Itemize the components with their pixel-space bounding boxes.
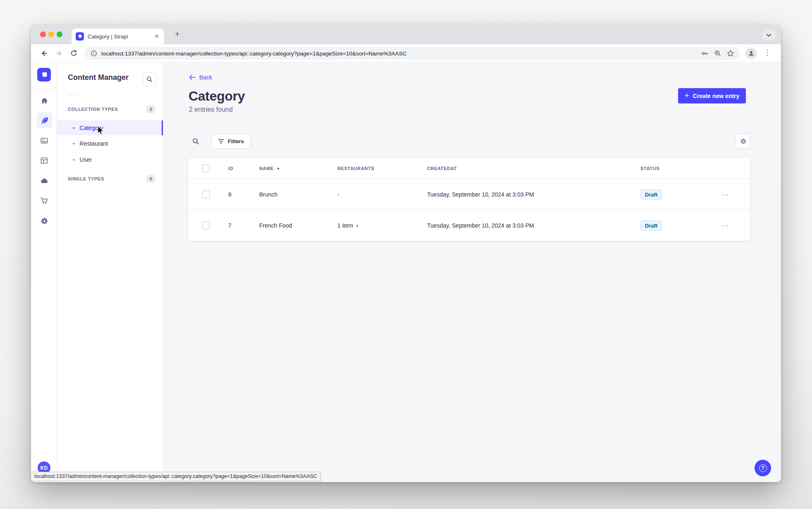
back-nav-icon[interactable] [41, 50, 48, 57]
column-header-restaurants[interactable]: RESTAURANTS [337, 166, 375, 171]
entries-table: ID NAME ▲ RESTAURANTS CREATEDAT STATUS 8… [188, 158, 750, 241]
cell-restaurants[interactable]: 1 item ▾ [337, 222, 358, 229]
sidebar-item-label: User [80, 156, 92, 163]
password-key-icon[interactable] [701, 50, 709, 57]
row-actions-button[interactable]: ⋯ [721, 221, 729, 230]
status-badge: Draft [640, 189, 662, 199]
column-header-id[interactable]: ID [228, 166, 233, 171]
arrow-left-icon [189, 74, 196, 80]
content-manager-panel: Content Manager COLLECTION TYPES 3 • Cat… [57, 62, 163, 482]
question-mark-icon: ? [759, 464, 767, 472]
rail-divider [31, 90, 57, 90]
browser-toolbar: localhost:1337/admin/content-manager/col… [31, 44, 781, 62]
filters-button[interactable]: Filters [211, 134, 251, 149]
table-row[interactable]: 8 Brunch - Tuesday, September 10, 2024 a… [188, 179, 750, 210]
browser-window: Category | Strapi × + localhost:1337/adm… [31, 25, 781, 482]
feather-icon [41, 117, 48, 125]
strapi-logo[interactable] [37, 68, 51, 82]
home-icon [41, 97, 48, 105]
cart-icon [40, 197, 48, 205]
row-actions-button[interactable]: ⋯ [721, 190, 729, 199]
close-window-button[interactable] [40, 31, 46, 37]
cell-status: Draft [640, 221, 662, 231]
create-new-entry-button[interactable]: + Create new entry [678, 88, 746, 103]
cell-createdat: Tuesday, September 10, 2024 at 3:03 PM [427, 222, 534, 229]
chevron-down-icon [767, 34, 771, 37]
browser-tab[interactable]: Category | Strapi × [72, 29, 164, 44]
cloud-nav-button[interactable] [36, 173, 52, 189]
address-bar[interactable]: localhost:1337/admin/content-manager/col… [85, 47, 740, 60]
single-types-count-badge: 0 [146, 175, 155, 182]
url-text[interactable]: localhost:1337/admin/content-manager/col… [101, 50, 734, 57]
tab-close-icon[interactable]: × [153, 32, 160, 41]
marketplace-nav-button[interactable] [36, 193, 52, 209]
table-search-button[interactable] [189, 135, 202, 147]
cell-name: French Food [259, 222, 292, 229]
help-button[interactable]: ? [755, 460, 771, 476]
panel-title: Content Manager [68, 73, 129, 82]
refresh-icon[interactable] [70, 50, 78, 57]
collection-types-count-badge: 3 [146, 106, 155, 113]
cell-id: 7 [228, 222, 232, 229]
bullet-icon: • [73, 141, 75, 146]
minimize-window-button[interactable] [48, 31, 54, 37]
new-tab-button[interactable]: + [172, 28, 183, 40]
sidebar-item-restaurant[interactable]: • Restaurant [57, 136, 163, 151]
main-content: Back Category 2 entries found + Create n… [163, 62, 781, 482]
cell-name: Brunch [259, 191, 277, 198]
column-header-name[interactable]: NAME ▲ [259, 166, 280, 171]
search-icon [146, 76, 153, 82]
cell-restaurants: - [337, 191, 339, 198]
column-header-status[interactable]: STATUS [640, 166, 659, 171]
settings-nav-button[interactable] [36, 213, 52, 229]
nav-rail: KD [31, 62, 57, 482]
row-checkbox[interactable] [202, 222, 210, 230]
tab-search-button[interactable] [762, 30, 775, 40]
page-title: Category [189, 89, 245, 104]
row-checkbox[interactable] [202, 190, 210, 198]
table-header-row: ID NAME ▲ RESTAURANTS CREATEDAT STATUS [188, 158, 750, 179]
panel-search-button[interactable] [143, 72, 156, 86]
single-types-label: SINGLE TYPES [68, 176, 104, 181]
table-row[interactable]: 7 French Food 1 item ▾ Tuesday, Septembe… [188, 210, 750, 241]
cloud-icon [40, 177, 49, 185]
cell-createdat: Tuesday, September 10, 2024 at 3:03 PM [427, 191, 534, 198]
panel-divider [68, 94, 78, 95]
bookmark-star-icon[interactable] [727, 50, 734, 57]
strapi-favicon [76, 32, 84, 41]
zoom-window-button[interactable] [57, 31, 62, 37]
sidebar-item-category[interactable]: • Category [57, 120, 163, 135]
content-type-builder-nav-button[interactable] [36, 153, 52, 168]
person-icon [748, 50, 755, 57]
zoom-page-icon[interactable] [714, 50, 721, 57]
media-library-nav-button[interactable] [36, 133, 52, 149]
home-nav-button[interactable] [36, 93, 52, 108]
filters-label: Filters [228, 138, 244, 144]
content-manager-nav-button[interactable] [36, 113, 52, 128]
view-settings-button[interactable] [736, 134, 750, 149]
layout-icon [40, 156, 48, 165]
forward-nav-icon[interactable] [55, 50, 63, 57]
entries-count: 2 entries found [189, 106, 233, 113]
strapi-app: KD Content Manager COLLECTION TYPES 3 • … [31, 62, 781, 482]
back-link[interactable]: Back [189, 74, 212, 81]
collection-types-label: COLLECTION TYPES [68, 107, 118, 112]
plus-icon: + [685, 92, 689, 99]
create-new-entry-label: Create new entry [693, 93, 740, 99]
filter-icon [218, 139, 224, 144]
gear-icon [40, 217, 48, 225]
site-info-icon[interactable] [91, 50, 97, 57]
back-label: Back [199, 74, 212, 81]
tab-strip: Category | Strapi × + [31, 25, 781, 44]
select-all-checkbox[interactable] [202, 164, 210, 172]
chevron-down-icon: ▾ [356, 223, 358, 228]
bullet-icon: • [73, 157, 75, 163]
browser-profile-avatar[interactable] [745, 48, 757, 59]
sidebar-item-user[interactable]: • User [57, 152, 163, 167]
status-badge: Draft [640, 221, 662, 231]
gear-icon [740, 138, 747, 145]
media-picture-icon [40, 137, 48, 145]
column-header-createdat[interactable]: CREATEDAT [427, 166, 457, 171]
browser-menu-icon[interactable]: ⋮ [764, 48, 770, 57]
bullet-icon: • [73, 125, 75, 131]
